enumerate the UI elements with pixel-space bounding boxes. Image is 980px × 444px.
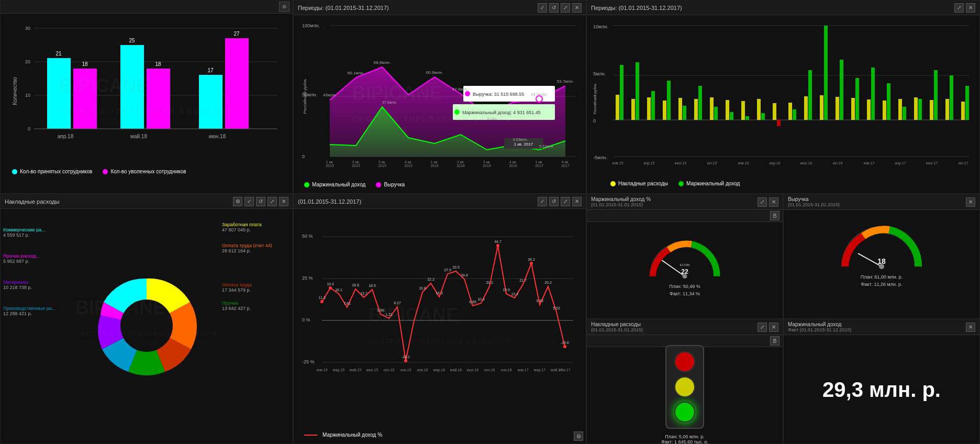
overhead-light-controls: ⤢ ✕	[758, 323, 778, 332]
traffic-light	[665, 345, 704, 429]
bar-may-accepted	[120, 45, 144, 129]
revenue-gauge-btn[interactable]: ✕	[966, 197, 975, 207]
multibar-ctrl-close[interactable]: ✕	[966, 3, 975, 13]
svg-text:янв.16: янв.16	[738, 161, 749, 165]
margin-big-value: 29,3 млн. р.	[812, 368, 951, 412]
revenue-fact: Факт: 11,26 млн. р.	[861, 281, 903, 288]
donut-title: Накладные расходы	[5, 198, 59, 205]
svg-text:10.4: 10.4	[477, 297, 485, 301]
svg-text:68.6млн.: 68.6млн.	[374, 60, 391, 65]
margin-big-close[interactable]: ✕	[966, 323, 975, 332]
margin-gauge-period: (01.01.2015-31.01.2015)	[591, 202, 651, 207]
svg-text:17: 17	[207, 68, 214, 73]
svg-text:27: 27	[233, 31, 240, 37]
svg-rect-83	[663, 101, 666, 120]
margin-expand-btn[interactable]: ⤢	[758, 197, 767, 207]
svg-rect-122	[965, 86, 969, 120]
svg-rect-82	[651, 91, 655, 120]
legend-label-revenue: Выручка	[384, 182, 405, 187]
margin-gauge-display: 22 ECOM План: 50,49 % Факт: 11,34 %	[587, 222, 783, 315]
svg-rect-111	[883, 101, 886, 120]
mpct-refresh[interactable]: ↺	[549, 197, 559, 206]
revenue-gauge-period: (01.01.2015-31.01.2015)	[788, 202, 840, 207]
margin-pct-header: (01.01.2015-31.12.2017) ✓ ↺ ⤢ ✕	[294, 194, 586, 209]
svg-rect-120	[950, 75, 953, 120]
overhead-light-btn[interactable]: B	[770, 336, 779, 346]
overhead-light-close[interactable]: ✕	[769, 323, 778, 332]
donut-labels-right: Заработная плата 47 807 045 р. Оплата тр…	[222, 212, 290, 440]
svg-rect-103	[820, 95, 823, 120]
mpct-settings[interactable]: ⚙	[574, 431, 583, 441]
svg-text:июн.18: июн.18	[209, 134, 226, 139]
revenue-ctrl-refresh[interactable]: ↺	[549, 3, 559, 13]
mpct-check[interactable]: ✓	[538, 197, 547, 206]
svg-text:0 %: 0 %	[302, 317, 310, 323]
overhead-light-expand[interactable]: ⤢	[758, 323, 767, 332]
svg-rect-96	[761, 113, 765, 120]
mpct-expand[interactable]: ⤢	[561, 197, 570, 206]
donut-controls: ⚙ ✓ ↺ ⤢ ✕	[233, 197, 288, 206]
svg-text:2015: 2015	[352, 164, 360, 168]
svg-text:22.2: 22.2	[427, 278, 435, 281]
svg-text:20.2: 20.2	[544, 281, 552, 284]
donut-settings[interactable]: ⚙	[233, 197, 242, 206]
legend-fired: Кол-во уволенных сотрудников	[103, 169, 186, 174]
svg-text:2015: 2015	[404, 164, 413, 168]
svg-text:13.7: 13.7	[360, 292, 368, 295]
donut-expand[interactable]: ⤢	[268, 197, 277, 206]
svg-text:Количество: Количество	[12, 77, 18, 105]
donut-label-misc: Прочее 13 642 427 р.	[222, 301, 290, 311]
legend-label-accepted: Кол-во принятых сотрудников	[20, 169, 92, 174]
svg-point-151	[320, 300, 324, 303]
svg-text:22: 22	[681, 268, 688, 275]
svg-rect-93	[741, 101, 745, 120]
margin-gauge-toolbar: B	[587, 210, 783, 222]
svg-rect-88	[698, 86, 702, 120]
revenue-ctrl-close[interactable]: ✕	[572, 3, 582, 13]
donut-close[interactable]: ✕	[279, 197, 288, 206]
svg-text:апр.17: апр.17	[895, 161, 906, 165]
svg-text:15.9: 15.9	[503, 288, 510, 292]
svg-rect-104	[824, 26, 828, 120]
mpct-close[interactable]: ✕	[572, 197, 582, 206]
legend-margin: Маржинальный доход	[304, 182, 365, 187]
svg-text:окт.17: окт.17	[958, 161, 968, 165]
svg-text:янв.15: янв.15	[612, 161, 623, 165]
svg-text:34.2: 34.2	[528, 258, 535, 261]
donut-refresh[interactable]: ↺	[256, 197, 265, 206]
margin-gauge-header: Маржинальный доход % (01.01.2015-31.01.2…	[587, 194, 783, 210]
svg-rect-90	[714, 107, 718, 120]
svg-rect-78	[620, 65, 623, 120]
margin-gauge-btn[interactable]: B	[770, 211, 779, 220]
svg-text:1 кв.: 1 кв.	[431, 160, 439, 164]
svg-rect-105	[836, 97, 839, 120]
staff-bar-chart: Количество 30 20 10 0 21 18 апр.18 25	[7, 18, 286, 164]
overhead-light-period: (01.01.2015-31.01.2015)	[591, 327, 643, 332]
multibar-header: Периоды: (01.01.2015-31.12.2017) ⤢ ✕	[587, 1, 979, 15]
svg-text:18.5: 18.5	[369, 284, 376, 287]
revenue-ctrl-expand[interactable]: ⤢	[561, 3, 570, 13]
svg-text:7.81: 7.81	[343, 302, 351, 305]
svg-text:мар.17: мар.17	[534, 368, 545, 372]
revenue-controls: ✓ ↺ ⤢ ✕	[538, 3, 582, 13]
panel-margin-pct: (01.01.2015-31.12.2017) ✓ ↺ ⤢ ✕ BIPICANE…	[293, 194, 586, 444]
svg-text:18: 18	[82, 61, 88, 67]
svg-text:4 кв.: 4 кв.	[562, 160, 570, 164]
revenue-ctrl-check[interactable]: ✓	[538, 3, 547, 13]
margin-gauge-stats: План: 50,49 % Факт: 11,34 %	[669, 283, 700, 297]
bar-apr-accepted	[47, 58, 71, 129]
svg-text:янв.15: янв.15	[316, 368, 327, 372]
svg-text:10: 10	[25, 93, 30, 98]
revenue-plan: План: 61,00 млн. р.	[861, 274, 903, 281]
svg-text:ноя.16: ноя.16	[500, 368, 511, 372]
mpct-settings-btn[interactable]: ⚙	[574, 431, 583, 441]
svg-rect-87	[694, 99, 698, 120]
donut-check[interactable]: ✓	[244, 197, 254, 206]
panel-right-column: Периоды: (01.01.2015-31.12.2017) ⤢ ✕ 10м…	[586, 0, 980, 444]
svg-text:окт.15: окт.15	[707, 161, 717, 165]
multibar-ctrl-expand[interactable]: ⤢	[954, 3, 964, 13]
margin-close-btn[interactable]: ✕	[769, 197, 778, 207]
staff-settings-btn[interactable]: ⚙	[279, 2, 289, 12]
svg-rect-84	[667, 81, 671, 120]
panel-overhead-light: Накладные расходы (01.01.2015-31.01.2015…	[586, 319, 783, 444]
